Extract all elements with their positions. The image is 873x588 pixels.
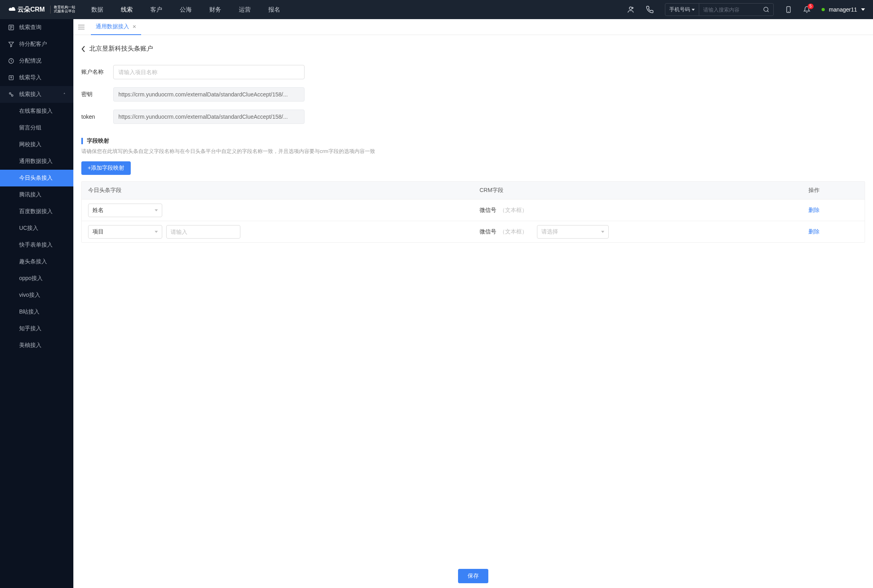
search-input[interactable] [699,7,759,13]
logo: 云朵CRM 教育机构一站 式服务云平台 [8,6,75,14]
tab-item[interactable]: 通用数据接入 ✕ [91,19,141,35]
user-name: manager11 [829,6,857,13]
sidebar-item[interactable]: 线索接入˄ [0,86,73,103]
token-label: token [81,114,113,120]
crm-field-label: 微信号 [480,228,496,235]
section-bar-icon [81,138,83,144]
nav-item[interactable]: 数据 [91,6,103,14]
footer-bar: 保存 [73,564,873,588]
phone-icon[interactable] [785,6,792,13]
delete-link[interactable]: 删除 [808,228,820,235]
export-icon [8,74,14,81]
call-icon[interactable] [646,6,654,14]
brand-name: 云朵CRM [18,6,45,14]
sidebar-sub-item[interactable]: B站接入 [0,304,73,320]
sidebar-sub-item[interactable]: 美柚接入 [0,337,73,354]
sidebar-item[interactable]: 线索导入 [0,69,73,86]
cloud-icon [8,6,17,13]
save-button[interactable]: 保存 [458,569,488,583]
mapping-title: 字段映射 [87,137,109,145]
delete-link[interactable]: 删除 [808,207,820,213]
chevron-down-icon [861,8,865,11]
toutiao-field-select[interactable]: 姓名 [88,204,162,217]
col-toutiao: 今日头条字段 [82,187,473,194]
sidebar-item[interactable]: 线索查询 [0,19,73,36]
tab-label: 通用数据接入 [96,23,129,30]
list-icon [8,24,14,31]
sidebar-sub-item[interactable]: 通用数据接入 [0,153,73,170]
nav-item[interactable]: 报名 [268,6,280,14]
account-name-label: 账户名称 [81,69,113,76]
notification-badge: 5 [808,4,814,9]
search-type-select[interactable]: 手机号码 [665,4,699,16]
add-mapping-button[interactable]: +添加字段映射 [81,161,131,175]
nav-item[interactable]: 公海 [180,6,192,14]
table-header: 今日头条字段 CRM字段 操作 [82,182,865,199]
col-crm: CRM字段 [473,187,802,194]
search-icon[interactable] [759,6,773,13]
svg-point-0 [629,7,632,10]
top-nav: 数据线索客户公海财务运营报名 [91,6,280,14]
sidebar-collapse-icon[interactable] [78,24,85,30]
sidebar-sub-item[interactable]: 留言分组 [0,120,73,136]
tabs-bar: 通用数据接入 ✕ [73,19,873,35]
crm-field-label: 微信号 [480,207,496,214]
nav-item[interactable]: 运营 [239,6,251,14]
sidebar-sub-item[interactable]: 知乎接入 [0,320,73,337]
mapping-table: 今日头条字段 CRM字段 操作 姓名微信号（文本框）删除项目微信号（文本框）请选… [81,181,865,243]
crm-field-hint: （文本框） [499,228,527,235]
user-menu[interactable]: manager11 [822,6,865,13]
secret-label: 密钥 [81,91,113,98]
page-title: 北京昱新科技头条账户 [89,45,153,53]
top-header: 云朵CRM 教育机构一站 式服务云平台 数据线索客户公海财务运营报名 手机号码 [0,0,873,19]
page-content: 北京昱新科技头条账户 账户名称 密钥 token 字段映射 [73,35,873,588]
table-row: 项目微信号（文本框）请选择删除 [82,221,865,242]
sidebar-sub-item[interactable]: oppo接入 [0,270,73,287]
svg-marker-11 [9,42,14,47]
clock-icon [8,58,14,64]
table-row: 姓名微信号（文本框）删除 [82,199,865,221]
nav-item[interactable]: 线索 [121,6,133,14]
logo-mark: 云朵CRM [8,6,45,14]
tab-close-icon[interactable]: ✕ [132,24,136,29]
sidebar-sub-item[interactable]: UC接入 [0,220,73,237]
filter-icon [8,41,14,47]
mapping-desc: 请确保您在此填写的头条自定义字段名称与在今日头条平台中自定义的字段名称一致，并且… [73,148,873,155]
back-icon[interactable] [81,46,85,52]
brand-sub: 教育机构一站 式服务云平台 [50,6,75,14]
nav-item[interactable]: 财务 [209,6,221,14]
sidebar-sub-item[interactable]: 腾讯接入 [0,186,73,203]
sidebar-sub-item[interactable]: 今日头条接入 [0,170,73,186]
crm-field-hint: （文本框） [499,207,527,214]
main-content: 通用数据接入 ✕ 北京昱新科技头条账户 账户名称 密钥 [73,19,873,588]
sidebar-item[interactable]: 待分配客户 [0,36,73,53]
plug-icon [8,91,14,98]
bell-icon[interactable]: 5 [803,6,810,13]
account-name-input[interactable] [113,65,305,79]
sidebar-sub-item[interactable]: 趣头条接入 [0,253,73,270]
secret-input[interactable] [113,87,305,102]
chevron-up-icon: ˄ [63,92,65,97]
sidebar-item[interactable]: 分配情况 [0,53,73,69]
token-input[interactable] [113,110,305,124]
search-box: 手机号码 [665,3,774,16]
svg-point-3 [764,7,768,12]
status-dot-icon [822,8,825,11]
sidebar-sub-item[interactable]: 网校接入 [0,136,73,153]
col-action: 操作 [802,187,865,194]
sidebar-sub-item[interactable]: 快手表单接入 [0,237,73,253]
sidebar-sub-item[interactable]: vivo接入 [0,287,73,304]
toutiao-field-input[interactable] [166,225,240,239]
nav-item[interactable]: 客户 [150,6,162,14]
add-user-icon[interactable] [627,6,635,14]
crm-field-select[interactable]: 请选择 [537,225,609,239]
sidebar: 线索查询待分配客户分配情况线索导入线索接入˄在线客服接入留言分组网校接入通用数据… [0,19,73,588]
svg-line-4 [768,11,769,12]
sidebar-sub-item[interactable]: 在线客服接入 [0,103,73,120]
toutiao-field-select[interactable]: 项目 [88,225,162,239]
sidebar-sub-item[interactable]: 百度数据接入 [0,203,73,220]
